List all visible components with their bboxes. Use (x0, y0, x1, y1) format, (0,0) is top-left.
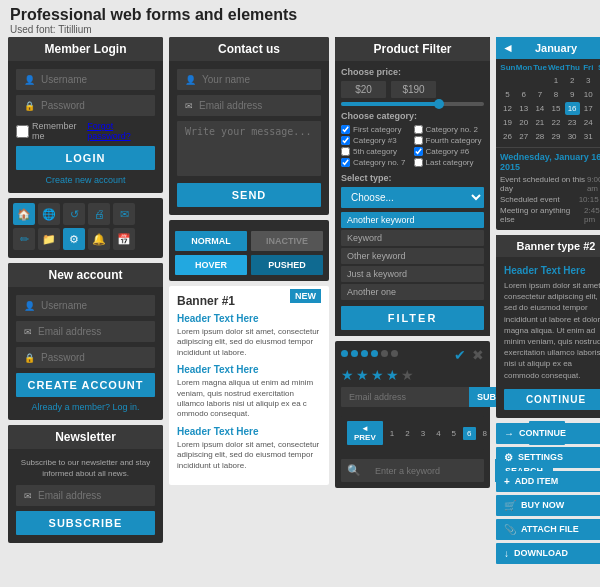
calendar-icon[interactable]: 📅 (113, 228, 135, 250)
contact-name-field[interactable] (177, 69, 321, 90)
create-account-button[interactable]: CREATE ACCOUNT (16, 373, 155, 397)
continue-action-btn[interactable]: → CONTINUE (496, 423, 600, 444)
cal-day[interactable]: 16 (565, 102, 580, 115)
cal-day[interactable]: 12 (500, 102, 515, 115)
contact-message-field[interactable] (177, 121, 321, 176)
home-icon[interactable]: 🏠 (13, 203, 35, 225)
username-field[interactable] (16, 69, 155, 90)
keyword-1[interactable]: Keyword (341, 230, 484, 246)
keyword-3[interactable]: Just a keyword (341, 266, 484, 282)
mail-icon[interactable]: ✉ (113, 203, 135, 225)
download-action-btn[interactable]: ↓ DOWNLOAD (496, 543, 600, 564)
cal-day[interactable]: 6 (516, 88, 531, 101)
add-item-action-btn[interactable]: + ADD ITEM (496, 471, 600, 492)
type-select[interactable]: Choose... (341, 187, 484, 208)
subscribe-email-input[interactable] (341, 387, 469, 407)
slider-thumb[interactable] (434, 99, 444, 109)
password-field[interactable] (16, 95, 155, 116)
normal-btn[interactable]: NORMAL (175, 231, 247, 251)
send-button[interactable]: SEND (177, 183, 321, 207)
keyword-0[interactable]: Another keyword (341, 212, 484, 228)
cal-day[interactable]: 14 (532, 102, 547, 115)
dot-0[interactable] (341, 350, 348, 357)
new-username-input[interactable] (41, 300, 147, 311)
subscribe-button[interactable]: SUBSCRIBE (16, 511, 155, 535)
star-1[interactable]: ★ (356, 367, 369, 383)
keyword-2[interactable]: Other keyword (341, 248, 484, 264)
cal-day[interactable]: 30 (565, 130, 580, 143)
refresh-icon[interactable]: ↺ (63, 203, 85, 225)
cat-check-1[interactable] (414, 125, 423, 134)
new-email-field[interactable] (16, 321, 155, 342)
cat-check-0[interactable] (341, 125, 350, 134)
cal-day[interactable]: 17 (581, 102, 596, 115)
page-8[interactable]: 8 (479, 427, 491, 440)
banner2-continue-btn[interactable]: CONTINUE (504, 389, 600, 410)
page-4[interactable]: 4 (432, 427, 444, 440)
star-2[interactable]: ★ (371, 367, 384, 383)
cal-day[interactable]: 24 (581, 116, 596, 129)
cat-check-6[interactable] (341, 158, 350, 167)
password-input[interactable] (41, 100, 147, 111)
print-icon[interactable]: 🖨 (88, 203, 110, 225)
cal-day[interactable]: 27 (516, 130, 531, 143)
cal-day[interactable]: 21 (532, 116, 547, 129)
cat-check-3[interactable] (414, 136, 423, 145)
dot-1[interactable] (351, 350, 358, 357)
new-username-field[interactable] (16, 295, 155, 316)
filter-button[interactable]: FILTER (341, 306, 484, 330)
edit-icon[interactable]: ✏ (13, 228, 35, 250)
newsletter-email-input[interactable] (38, 490, 147, 501)
keyword-4[interactable]: Another one (341, 284, 484, 300)
cal-day[interactable]: 3 (581, 74, 596, 87)
pushed-btn[interactable]: PUSHED (251, 255, 323, 275)
forgot-password-link[interactable]: Forgot password? (87, 121, 155, 141)
folder-icon[interactable]: 📁 (38, 228, 60, 250)
cal-day[interactable]: 20 (516, 116, 531, 129)
cal-day[interactable]: 8 (548, 88, 563, 101)
new-email-input[interactable] (38, 326, 147, 337)
newsletter-email-field[interactable] (16, 485, 155, 506)
hover-btn[interactable]: HOVER (175, 255, 247, 275)
remember-checkbox[interactable] (16, 125, 29, 138)
cal-day[interactable]: 9 (565, 88, 580, 101)
remember-label[interactable]: Remember me (16, 121, 87, 141)
cal-day[interactable]: 23 (565, 116, 580, 129)
settings-action-btn[interactable]: ⚙ SETTINGS (496, 447, 600, 468)
contact-name-input[interactable] (202, 74, 313, 85)
cal-day[interactable]: 29 (548, 130, 563, 143)
cal-day[interactable]: 1 (548, 74, 563, 87)
dot-3[interactable] (371, 350, 378, 357)
cal-day[interactable]: 5 (500, 88, 515, 101)
cal-day[interactable]: 7 (532, 88, 547, 101)
cal-prev-btn[interactable]: ◄ (502, 41, 514, 55)
globe-icon[interactable]: 🌐 (38, 203, 60, 225)
dot-4[interactable] (381, 350, 388, 357)
dot-5[interactable] (391, 350, 398, 357)
login-link[interactable]: Already a member? Log in. (31, 402, 139, 412)
bell-icon[interactable]: 🔔 (88, 228, 110, 250)
search-input[interactable] (367, 459, 495, 482)
dot-2[interactable] (361, 350, 368, 357)
page-5[interactable]: 5 (448, 427, 460, 440)
prev-page-btn[interactable]: ◄ PREV (347, 421, 383, 445)
star-3[interactable]: ★ (386, 367, 399, 383)
login-button[interactable]: LOGIN (16, 146, 155, 170)
price-slider[interactable] (341, 102, 484, 106)
cal-day[interactable]: 19 (500, 116, 515, 129)
contact-email-input[interactable] (199, 100, 313, 111)
star-4[interactable]: ★ (401, 367, 414, 383)
page-1[interactable]: 1 (386, 427, 398, 440)
cal-day[interactable]: 26 (500, 130, 515, 143)
cat-check-4[interactable] (341, 147, 350, 156)
buy-now-action-btn[interactable]: 🛒 BUY NOW (496, 495, 600, 516)
cal-day[interactable]: 2 (565, 74, 580, 87)
contact-email-field[interactable] (177, 95, 321, 116)
cat-check-5[interactable] (414, 147, 423, 156)
star-0[interactable]: ★ (341, 367, 354, 383)
settings-icon[interactable]: ⚙ (63, 228, 85, 250)
new-password-input[interactable] (41, 352, 147, 363)
page-2[interactable]: 2 (401, 427, 413, 440)
new-password-field[interactable] (16, 347, 155, 368)
page-6[interactable]: 6 (463, 427, 475, 440)
